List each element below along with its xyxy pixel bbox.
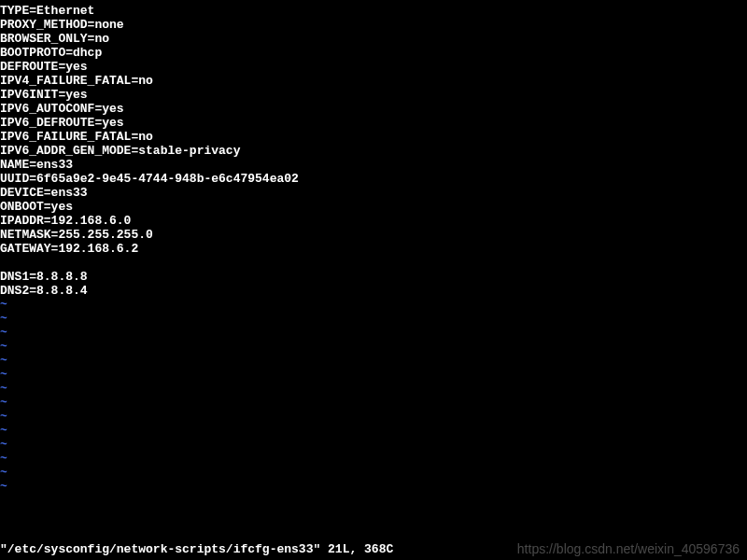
empty-line-tilde: ~ [0,452,747,466]
dns-content: DNS1=8.8.8.8DNS2=8.8.8.4 [0,270,747,298]
empty-line-tilde: ~ [0,312,747,326]
config-line: ONBOOT=yes [0,200,747,214]
config-line: PROXY_METHOD=none [0,18,747,32]
config-line: NETMASK=255.255.255.0 [0,228,747,242]
dns-line: DNS1=8.8.8.8 [0,270,747,284]
config-line: IPV6_DEFROUTE=yes [0,116,747,130]
config-content: TYPE=EthernetPROXY_METHOD=noneBROWSER_ON… [0,4,747,256]
empty-line-tilde: ~ [0,368,747,382]
empty-line-tilde: ~ [0,382,747,396]
config-line: IPV6_FAILURE_FATAL=no [0,130,747,144]
empty-line-tilde: ~ [0,410,747,424]
empty-line-tilde: ~ [0,480,747,494]
config-line: NAME=ens33 [0,158,747,172]
config-line: GATEWAY=192.168.6.2 [0,242,747,256]
empty-line-tilde: ~ [0,340,747,354]
config-line: IPV6INIT=yes [0,88,747,102]
config-line: IPV6_AUTOCONF=yes [0,102,747,116]
config-line: IPV4_FAILURE_FATAL=no [0,74,747,88]
config-line: IPADDR=192.168.6.0 [0,214,747,228]
terminal-editor[interactable]: TYPE=EthernetPROXY_METHOD=noneBROWSER_ON… [0,0,747,494]
empty-line-tilde: ~ [0,396,747,410]
empty-line-tilde: ~ [0,438,747,452]
empty-line-tilde: ~ [0,298,747,312]
blank-line [0,256,747,270]
config-line: DEFROUTE=yes [0,60,747,74]
config-line: UUID=6f65a9e2-9e45-4744-948b-e6c47954ea0… [0,172,747,186]
dns-line: DNS2=8.8.8.4 [0,284,747,298]
tilde-lines: ~~~~~~~~~~~~~~ [0,298,747,494]
config-line: BOOTPROTO=dhcp [0,46,747,60]
config-line: BROWSER_ONLY=no [0,32,747,46]
empty-line-tilde: ~ [0,326,747,340]
vim-status-line: "/etc/sysconfig/network-scripts/ifcfg-en… [0,542,393,556]
empty-line-tilde: ~ [0,466,747,480]
config-line: DEVICE=ens33 [0,186,747,200]
config-line: TYPE=Ethernet [0,4,747,18]
empty-line-tilde: ~ [0,424,747,438]
watermark-text: https://blog.csdn.net/weixin_40596736 [517,541,740,556]
config-line: IPV6_ADDR_GEN_MODE=stable-privacy [0,144,747,158]
empty-line-tilde: ~ [0,354,747,368]
